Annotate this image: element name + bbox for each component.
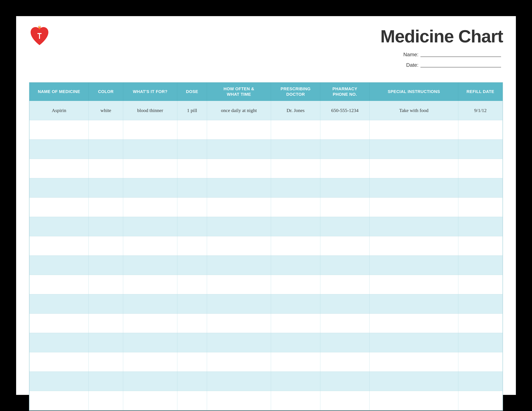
cell-how: [207, 275, 271, 294]
cell-color: [88, 294, 123, 314]
page: Medicine Chart Name: Date: NAME OF MEDIC…: [16, 16, 516, 395]
cell-dose: [177, 372, 207, 391]
table-row: [29, 391, 503, 410]
cell-how: [207, 372, 271, 391]
cell-what: [123, 372, 177, 391]
aha-logo-icon: [29, 26, 50, 48]
cell-what: [123, 236, 177, 255]
cell-how: [207, 178, 271, 197]
cell-dose: [177, 352, 207, 372]
cell-doctor: [271, 255, 320, 275]
cell-how: [207, 352, 271, 372]
cell-color: [88, 217, 123, 236]
cell-special: Take with food: [370, 101, 458, 120]
table-row: [29, 236, 503, 255]
cell-how: [207, 314, 271, 333]
cell-color: [88, 275, 123, 294]
cell-color: [88, 197, 123, 217]
cell-name: [29, 294, 89, 314]
cell-dose: 1 pill: [177, 101, 207, 120]
cell-what: [123, 255, 177, 275]
cell-pharmacy: [320, 217, 370, 236]
cell-pharmacy: [320, 197, 370, 217]
cell-name: [29, 140, 89, 159]
cell-pharmacy: [320, 391, 370, 410]
cell-name: [29, 391, 89, 410]
cell-refill: [458, 314, 503, 333]
cell-refill: [458, 178, 503, 197]
cell-pharmacy: [320, 178, 370, 197]
cell-refill: [458, 333, 503, 352]
cell-dose: [177, 140, 207, 159]
cell-pharmacy: [320, 275, 370, 294]
cell-what: [123, 159, 177, 178]
table-row: Aspirinwhiteblood thinner1 pillonce dail…: [29, 101, 503, 120]
cell-what: [123, 197, 177, 217]
col-header-name: NAME OF MEDICINE: [29, 83, 89, 101]
cell-special: [370, 314, 458, 333]
cell-doctor: [271, 333, 320, 352]
cell-doctor: [271, 120, 320, 140]
table-row: [29, 352, 503, 372]
header: Medicine Chart Name: Date:: [29, 26, 503, 73]
cell-special: [370, 352, 458, 372]
cell-doctor: [271, 197, 320, 217]
page-title: Medicine Chart: [380, 28, 503, 45]
cell-color: [88, 314, 123, 333]
cell-what: [123, 391, 177, 410]
col-header-what: WHAT'S IT FOR?: [123, 83, 177, 101]
cell-special: [370, 391, 458, 410]
logo: [29, 26, 61, 49]
cell-special: [370, 197, 458, 217]
cell-name: [29, 333, 89, 352]
cell-doctor: [271, 391, 320, 410]
cell-name: [29, 217, 89, 236]
cell-refill: 9/1/12: [458, 101, 503, 120]
table-row: [29, 140, 503, 159]
cell-special: [370, 275, 458, 294]
col-header-special: SPECIAL INSTRUCTIONS: [370, 83, 458, 101]
col-header-dose: DOSE: [177, 83, 207, 101]
cell-dose: [177, 333, 207, 352]
cell-color: [88, 178, 123, 197]
cell-name: [29, 372, 89, 391]
cell-how: [207, 197, 271, 217]
cell-color: [88, 352, 123, 372]
cell-doctor: [271, 140, 320, 159]
cell-special: [370, 255, 458, 275]
table-row: [29, 333, 503, 352]
cell-what: [123, 275, 177, 294]
cell-what: [123, 314, 177, 333]
cell-pharmacy: [320, 140, 370, 159]
cell-pharmacy: [320, 294, 370, 314]
cell-pharmacy: [320, 333, 370, 352]
date-underline: [420, 63, 501, 67]
cell-how: [207, 140, 271, 159]
name-field-row: Name:: [380, 52, 503, 57]
cell-what: [123, 120, 177, 140]
cell-color: [88, 120, 123, 140]
cell-color: [88, 236, 123, 255]
cell-dose: [177, 314, 207, 333]
cell-doctor: [271, 159, 320, 178]
name-label: Name:: [403, 52, 418, 57]
cell-name: [29, 352, 89, 372]
date-label: Date:: [406, 62, 418, 68]
cell-refill: [458, 352, 503, 372]
cell-pharmacy: [320, 255, 370, 275]
cell-refill: [458, 159, 503, 178]
cell-name: [29, 236, 89, 255]
cell-pharmacy: [320, 120, 370, 140]
cell-doctor: [271, 178, 320, 197]
cell-how: [207, 391, 271, 410]
cell-what: [123, 140, 177, 159]
cell-refill: [458, 275, 503, 294]
col-header-pharmacy: PHARMACYPHONE NO.: [320, 83, 370, 101]
cell-pharmacy: [320, 159, 370, 178]
date-field-row: Date:: [380, 62, 503, 68]
cell-special: [370, 140, 458, 159]
col-header-doctor: PRESCRIBINGDOCTOR: [271, 83, 320, 101]
cell-color: [88, 140, 123, 159]
col-header-how: HOW OFTEN &WHAT TIME: [207, 83, 271, 101]
cell-how: [207, 333, 271, 352]
